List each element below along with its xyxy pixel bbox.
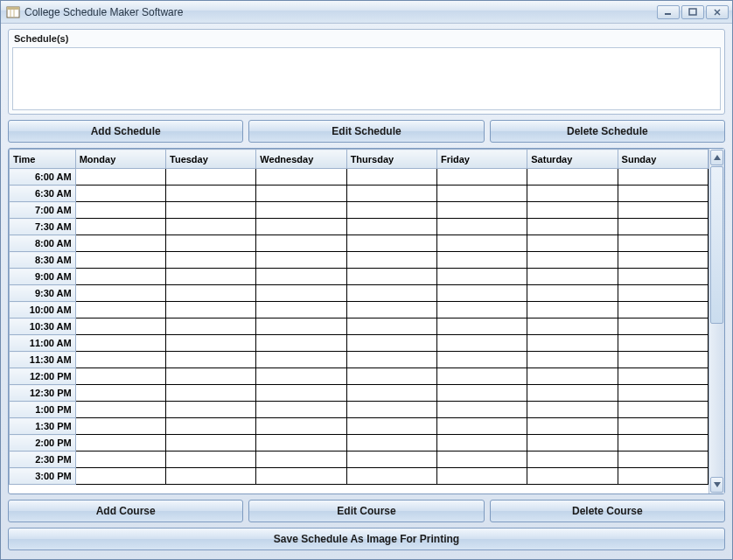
delete-schedule-button[interactable]: Delete Schedule bbox=[490, 120, 725, 143]
schedule-cell[interactable] bbox=[618, 202, 708, 219]
day-header[interactable]: Sunday bbox=[618, 150, 708, 169]
schedule-cell[interactable] bbox=[527, 435, 618, 452]
schedule-cell[interactable] bbox=[618, 468, 708, 485]
schedule-cell[interactable] bbox=[618, 318, 708, 335]
schedule-cell[interactable] bbox=[256, 186, 346, 202]
schedule-cell[interactable] bbox=[256, 368, 346, 385]
schedule-cell[interactable] bbox=[436, 435, 527, 452]
close-button[interactable] bbox=[706, 5, 729, 19]
schedule-cell[interactable] bbox=[618, 418, 708, 435]
schedule-cell[interactable] bbox=[436, 269, 527, 285]
schedule-cell[interactable] bbox=[256, 219, 346, 235]
schedule-cell[interactable] bbox=[436, 468, 527, 485]
schedule-cell[interactable] bbox=[527, 402, 618, 418]
schedule-cell[interactable] bbox=[618, 219, 708, 235]
schedule-cell[interactable] bbox=[75, 269, 165, 285]
schedule-cell[interactable] bbox=[436, 368, 527, 385]
schedule-grid[interactable]: Time Monday Tuesday Wednesday Thursday F… bbox=[9, 149, 709, 485]
schedule-cell[interactable] bbox=[256, 285, 346, 302]
schedule-cell[interactable] bbox=[436, 452, 527, 468]
schedule-cell[interactable] bbox=[166, 418, 256, 435]
schedule-cell[interactable] bbox=[346, 452, 436, 468]
schedule-cell[interactable] bbox=[527, 368, 618, 385]
schedule-cell[interactable] bbox=[618, 435, 708, 452]
schedule-cell[interactable] bbox=[618, 452, 708, 468]
schedule-cell[interactable] bbox=[436, 418, 527, 435]
schedule-cell[interactable] bbox=[436, 335, 527, 352]
schedule-cell[interactable] bbox=[527, 335, 618, 352]
schedule-cell[interactable] bbox=[256, 252, 346, 269]
schedule-cell[interactable] bbox=[166, 186, 256, 202]
day-header[interactable]: Tuesday bbox=[166, 150, 256, 169]
schedule-cell[interactable] bbox=[166, 285, 256, 302]
schedule-cell[interactable] bbox=[346, 269, 436, 285]
schedule-cell[interactable] bbox=[346, 435, 436, 452]
schedule-cell[interactable] bbox=[346, 302, 436, 318]
schedule-cell[interactable] bbox=[75, 418, 165, 435]
schedule-cell[interactable] bbox=[75, 252, 165, 269]
schedule-cell[interactable] bbox=[346, 202, 436, 219]
schedule-cell[interactable] bbox=[256, 435, 346, 452]
schedule-cell[interactable] bbox=[618, 402, 708, 418]
schedule-cell[interactable] bbox=[346, 318, 436, 335]
schedule-cell[interactable] bbox=[75, 219, 165, 235]
schedule-cell[interactable] bbox=[436, 235, 527, 252]
schedule-cell[interactable] bbox=[166, 318, 256, 335]
schedule-cell[interactable] bbox=[436, 186, 527, 202]
minimize-button[interactable] bbox=[657, 5, 680, 19]
schedule-cell[interactable] bbox=[256, 402, 346, 418]
schedule-cell[interactable] bbox=[166, 402, 256, 418]
schedule-cell[interactable] bbox=[346, 352, 436, 368]
schedule-cell[interactable] bbox=[436, 202, 527, 219]
schedule-cell[interactable] bbox=[436, 302, 527, 318]
schedule-cell[interactable] bbox=[618, 269, 708, 285]
day-header[interactable]: Saturday bbox=[527, 150, 618, 169]
schedule-cell[interactable] bbox=[75, 302, 165, 318]
schedule-cell[interactable] bbox=[527, 252, 618, 269]
schedule-cell[interactable] bbox=[527, 202, 618, 219]
schedule-cell[interactable] bbox=[166, 452, 256, 468]
scroll-down-button[interactable] bbox=[710, 477, 723, 493]
schedule-cell[interactable] bbox=[618, 302, 708, 318]
schedule-cell[interactable] bbox=[75, 452, 165, 468]
schedule-cell[interactable] bbox=[166, 252, 256, 269]
schedule-cell[interactable] bbox=[166, 352, 256, 368]
add-schedule-button[interactable]: Add Schedule bbox=[8, 120, 243, 143]
schedule-cell[interactable] bbox=[75, 468, 165, 485]
schedule-cell[interactable] bbox=[527, 318, 618, 335]
schedule-cell[interactable] bbox=[166, 269, 256, 285]
schedule-cell[interactable] bbox=[75, 368, 165, 385]
schedule-cell[interactable] bbox=[166, 385, 256, 402]
schedule-cell[interactable] bbox=[346, 335, 436, 352]
schedule-cell[interactable] bbox=[618, 352, 708, 368]
schedule-cell[interactable] bbox=[75, 402, 165, 418]
schedule-cell[interactable] bbox=[166, 335, 256, 352]
scroll-up-button[interactable] bbox=[710, 150, 723, 165]
schedule-cell[interactable] bbox=[618, 335, 708, 352]
schedule-cell[interactable] bbox=[75, 335, 165, 352]
schedule-cell[interactable] bbox=[346, 219, 436, 235]
schedule-cell[interactable] bbox=[527, 186, 618, 202]
schedule-cell[interactable] bbox=[436, 385, 527, 402]
scroll-track[interactable] bbox=[709, 166, 724, 476]
schedule-cell[interactable] bbox=[618, 169, 708, 186]
schedule-cell[interactable] bbox=[256, 318, 346, 335]
schedule-cell[interactable] bbox=[527, 219, 618, 235]
schedule-cell[interactable] bbox=[75, 235, 165, 252]
schedule-cell[interactable] bbox=[436, 252, 527, 269]
schedule-cell[interactable] bbox=[346, 385, 436, 402]
schedule-cell[interactable] bbox=[436, 352, 527, 368]
vertical-scrollbar[interactable] bbox=[709, 149, 724, 494]
schedule-cell[interactable] bbox=[618, 186, 708, 202]
scroll-thumb[interactable] bbox=[710, 166, 723, 324]
schedule-cell[interactable] bbox=[346, 252, 436, 269]
schedule-cell[interactable] bbox=[166, 468, 256, 485]
schedule-cell[interactable] bbox=[75, 385, 165, 402]
schedule-cell[interactable] bbox=[618, 385, 708, 402]
schedule-cell[interactable] bbox=[256, 468, 346, 485]
schedule-cell[interactable] bbox=[527, 452, 618, 468]
schedule-listbox[interactable] bbox=[12, 47, 721, 110]
schedule-cell[interactable] bbox=[256, 385, 346, 402]
schedule-cell[interactable] bbox=[618, 285, 708, 302]
schedule-cell[interactable] bbox=[256, 335, 346, 352]
